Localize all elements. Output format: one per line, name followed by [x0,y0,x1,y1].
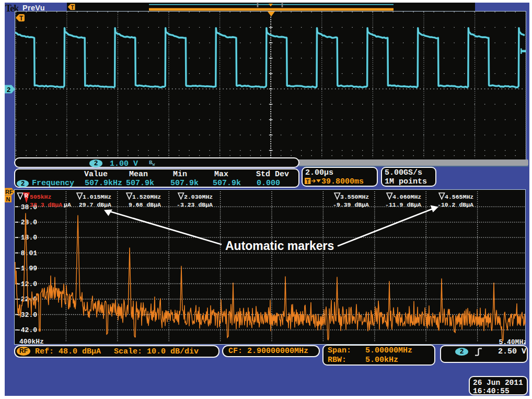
svg-text:-42.0: -42.0 [17,326,37,334]
svg-text:-11.9 dBµA: -11.9 dBµA [385,201,421,208]
svg-text:1.015MHz: 1.015MHz [83,193,111,200]
svg-text:T: T [71,5,74,10]
svg-text:4.060MHz: 4.060MHz [392,193,421,200]
svg-text:505kHz: 505kHz [30,193,52,200]
svg-text:18.0: 18.0 [21,234,37,242]
svg-text:32.3 dBµA: 32.3 dBµA [30,201,62,208]
svg-text:2.030MHz: 2.030MHz [184,193,213,200]
svg-text:4.565MHz: 4.565MHz [445,193,473,200]
svg-text:-9.39 dBµA: -9.39 dBµA [333,201,369,208]
svg-text:Automatic markers: Automatic markers [225,239,334,253]
svg-text:29.7 dBµA: 29.7 dBµA [79,201,111,208]
svg-text:-10.2 dBµA: -10.2 dBµA [437,201,473,208]
svg-text:RF: RF [5,189,13,195]
svg-text:28.0: 28.0 [21,219,37,226]
svg-text:3.550MHz: 3.550MHz [340,193,369,200]
svg-text:T: T [19,15,24,22]
svg-text:T: T [306,178,309,185]
svg-text:-3.23 dBµA: -3.23 dBµA [177,201,213,208]
svg-text:2: 2 [7,86,10,94]
svg-text:8.01: 8.01 [21,249,37,257]
svg-text:1.520MHz: 1.520MHz [132,193,161,200]
svg-text:µA: µA [64,201,71,208]
svg-text:N: N [6,196,10,202]
svg-text:5.40MHz: 5.40MHz [499,338,526,345]
svg-text:9.68 dBµA: 9.68 dBµA [129,201,161,208]
svg-text:R: R [25,193,29,199]
svg-text:400kHz: 400kHz [19,338,44,345]
